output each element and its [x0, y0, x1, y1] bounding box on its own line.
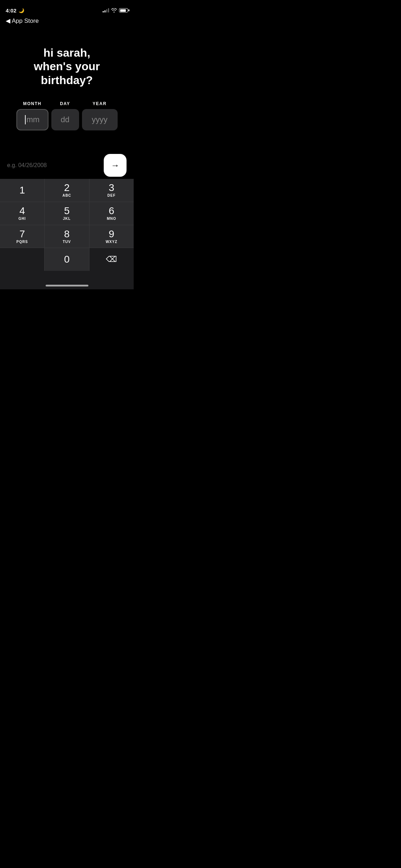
action-row: e.g. 04/26/2008 → — [0, 154, 134, 177]
key-cell-1[interactable]: 1 — [0, 179, 44, 202]
key-cell-0[interactable]: 0 — [45, 248, 89, 271]
greeting-line2: when's your birthday? — [34, 60, 100, 86]
status-right — [103, 8, 128, 12]
month-field-group: MONTH mm — [16, 101, 48, 130]
signal-icon — [103, 8, 109, 12]
year-label: YEAR — [93, 101, 107, 106]
greeting-line1: hi sarah, — [43, 46, 91, 59]
key-cell-6[interactable]: 6MNO — [89, 202, 134, 225]
example-hint: e.g. 04/26/2008 — [7, 162, 47, 169]
key-number: 4 — [19, 206, 25, 216]
key-letters: ABC — [62, 193, 71, 197]
key-cell-empty — [0, 248, 44, 271]
key-cell-7[interactable]: 7PQRS — [0, 225, 44, 248]
key-letters: GHI — [19, 217, 26, 221]
date-row: MONTH mm DAY dd YEAR yyyy — [9, 101, 125, 130]
key-number: 6 — [109, 206, 114, 216]
key-cell-2[interactable]: 2ABC — [45, 179, 89, 202]
month-label: MONTH — [23, 101, 42, 106]
key-letters: TUV — [63, 240, 71, 244]
year-input[interactable]: yyyy — [82, 109, 118, 130]
month-input[interactable]: mm — [16, 109, 48, 130]
battery-fill — [120, 9, 126, 12]
moon-icon: 🌙 — [19, 8, 24, 13]
day-label: DAY — [60, 101, 70, 106]
key-cell-9[interactable]: 9WXYZ — [89, 225, 134, 248]
key-number: 5 — [64, 206, 70, 216]
key-cell-8[interactable]: 8TUV — [45, 225, 89, 248]
day-field-group: DAY dd — [51, 101, 79, 130]
year-placeholder: yyyy — [92, 115, 108, 124]
delete-icon: ⌫ — [106, 255, 117, 264]
back-arrow-icon: ◀ — [6, 17, 10, 25]
status-left: 4:02 🌙 — [6, 7, 24, 14]
key-letters: DEF — [107, 193, 115, 197]
key-letters: MNO — [107, 217, 116, 221]
key-number: 1 — [19, 185, 25, 195]
key-number: 2 — [64, 183, 70, 193]
back-button-label: App Store — [12, 17, 39, 25]
key-cell-4[interactable]: 4GHI — [0, 202, 44, 225]
key-cell-3[interactable]: 3DEF — [89, 179, 134, 202]
key-number: 0 — [64, 254, 70, 264]
day-placeholder: dd — [61, 115, 69, 124]
day-input[interactable]: dd — [51, 109, 79, 130]
next-button[interactable]: → — [104, 154, 127, 177]
key-number: 8 — [64, 229, 70, 239]
keypad-grid: 12ABC3DEF4GHI5JKL6MNO7PQRS8TUV9WXYZ0⌫ — [0, 179, 134, 271]
nav-bar[interactable]: ◀ App Store — [0, 16, 134, 25]
key-letters: WXYZ — [106, 240, 117, 244]
key-cell-5[interactable]: 5JKL — [45, 202, 89, 225]
status-time: 4:02 — [6, 7, 16, 14]
key-number: 7 — [19, 229, 25, 239]
greeting-text: hi sarah, when's your birthday? — [9, 46, 125, 87]
key-number: 9 — [109, 229, 114, 239]
year-field-group: YEAR yyyy — [82, 101, 118, 130]
month-placeholder: mm — [26, 115, 40, 124]
wifi-icon — [111, 8, 117, 12]
main-content: hi sarah, when's your birthday? MONTH mm… — [0, 25, 134, 130]
key-letters: PQRS — [16, 240, 28, 244]
key-letters: JKL — [63, 217, 71, 221]
key-cell-⌫[interactable]: ⌫ — [89, 248, 134, 271]
next-arrow-icon: → — [111, 160, 119, 170]
home-indicator — [46, 285, 88, 286]
keypad: 12ABC3DEF4GHI5JKL6MNO7PQRS8TUV9WXYZ0⌫ — [0, 179, 134, 289]
key-number: 3 — [109, 183, 114, 193]
cursor-icon — [25, 115, 26, 124]
status-bar: 4:02 🌙 — [0, 0, 134, 16]
battery-icon — [119, 8, 128, 12]
